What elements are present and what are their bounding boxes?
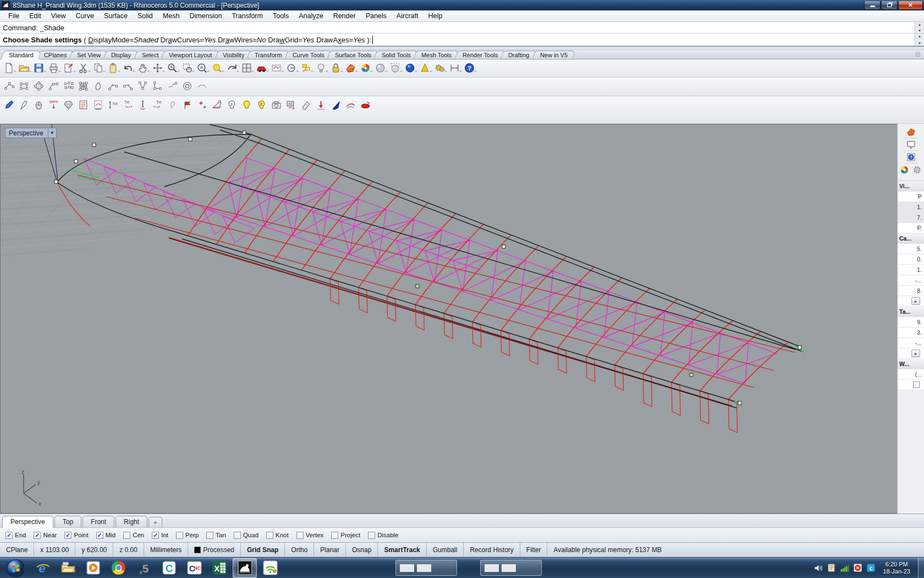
circle-center-button[interactable] [284,61,298,75]
spin-down-icon[interactable]: ▼ [918,41,922,46]
tray-doc-icon[interactable] [827,563,836,572]
cut-button[interactable] [76,61,90,75]
status-filter[interactable]: Filter [520,543,548,557]
osnap-end[interactable]: ✓End [6,532,26,539]
text-height-button[interactable]: Txt [106,97,120,112]
new-file-button[interactable] [2,61,16,75]
property-row[interactable]: 0. [898,254,924,265]
toolbar-tab-cplanes[interactable]: CPlanes [36,51,74,59]
status-planar[interactable]: Planar [314,543,346,557]
osnap-disable-checkbox[interactable] [368,532,375,539]
osnap-perp-checkbox[interactable] [176,532,183,539]
open-file-button[interactable] [16,61,31,75]
add-viewport-tab[interactable]: + [148,517,162,527]
red-flag-button[interactable] [180,97,194,112]
property-row[interactable]: 5. [898,244,924,254]
handle-curve-b-button[interactable] [120,79,135,93]
render-car-button[interactable] [254,61,268,75]
menu-item-analyze[interactable]: Analyze [294,10,328,21]
osnap-point[interactable]: ✓Point [64,532,88,539]
dimension-button[interactable] [447,61,461,75]
viewport-tab-top[interactable]: Top [54,516,81,527]
edit-pts-circle-button[interactable] [31,79,46,93]
help-button[interactable]: ? [462,61,476,75]
arrow-down-button[interactable] [314,97,328,112]
rendered-sphere-button[interactable] [403,61,417,75]
command-prompt[interactable]: Choose Shade settings ( DisplayMode=Shad… [0,34,924,47]
restore-button[interactable] [881,1,898,10]
menu-item-curve[interactable]: Curve [71,10,99,21]
ellipse-pen-button[interactable] [358,97,372,112]
viewport-layout-button[interactable] [239,61,254,75]
taskbar-internet-explorer-button[interactable]: e [30,558,54,578]
status-smarttrack[interactable]: SmartTrack [378,543,426,557]
toolbar-tab-render-tools[interactable]: Render Tools [455,51,505,59]
shaded-panel-tab[interactable] [904,126,918,138]
undo-view-button[interactable] [224,61,239,75]
toolbar-tab-visibility[interactable]: Visibility [215,51,252,59]
taskbar-window-button[interactable] [395,560,457,576]
menu-item-dimension[interactable]: Dimension [184,10,227,21]
taskbar-rhino-active-button[interactable] [233,558,257,578]
orbit-button[interactable] [150,61,164,75]
eraser-button[interactable] [299,97,313,112]
menu-item-view[interactable]: View [46,10,71,21]
viewport-tab-perspective[interactable]: Perspective [2,516,53,528]
export-button[interactable] [61,61,75,75]
menu-item-help[interactable]: Help [423,10,447,21]
property-row[interactable]: (... [898,369,924,380]
osnap-vertex[interactable]: Vertex [296,532,324,539]
osnap-cen[interactable]: Cen [123,532,144,539]
taskbar-cnc-app-button[interactable]: CNC [182,558,206,578]
undo-button[interactable] [120,61,135,75]
pts-grid-button[interactable] [61,79,75,93]
help-panel-tab[interactable]: ? [904,151,918,163]
osnap-disable[interactable]: Disable [368,532,398,539]
osnap-vertex-checkbox[interactable] [296,532,304,539]
taskbar-network-tool-button[interactable] [258,558,282,578]
status-record-history[interactable]: Record History [464,543,520,557]
property-row[interactable]: 1. [898,265,924,275]
property-row[interactable]: 7. [898,212,924,223]
status-gumball[interactable]: Gumball [427,543,464,557]
osnap-point-checkbox[interactable]: ✓ [64,532,72,539]
viewport-tab-right[interactable]: Right [116,516,147,527]
property-row[interactable]: ▸ [898,296,924,307]
taskbar-file-explorer-button[interactable] [56,558,80,578]
scroll-up-icon[interactable]: ▲ [918,22,922,27]
minimize-button[interactable] [864,1,881,10]
toolbar-tab-standard[interactable]: Standard [1,51,41,59]
red-curve-doc-button[interactable] [91,97,105,112]
c-tray-icon[interactable]: c [866,563,876,572]
toolbar-tab-mesh-tools[interactable]: Mesh Tools [414,51,460,59]
taskbar-chrome-button[interactable] [106,558,130,578]
place-button[interactable]: ▸ [911,297,920,305]
property-row[interactable]: -... [898,338,924,348]
toolbar-tab-drafting[interactable]: Drafting [501,51,537,59]
handle-curve-a-button[interactable] [106,79,120,93]
osnap-near-checkbox[interactable]: ✓ [34,532,41,539]
menu-item-mesh[interactable]: Mesh [158,10,185,21]
toolbar-tab-transform[interactable]: Transform [247,51,289,59]
txt-cursor-button[interactable] [135,97,150,112]
lock-button[interactable] [328,61,343,75]
menu-item-solid[interactable]: Solid [133,10,158,21]
osnap-tan-checkbox[interactable] [206,532,213,539]
osnap-project[interactable]: Project [331,532,360,539]
pts-sphere-button[interactable] [76,79,90,93]
property-row[interactable]: 9. [898,317,924,328]
ghosted-sphere-button[interactable] [388,61,402,75]
edit-pts-curve-button[interactable] [2,79,16,93]
menu-item-surface[interactable]: Surface [99,10,133,21]
knife-button[interactable] [16,97,31,112]
bulb-yellow-e-button[interactable]: E [254,97,268,112]
osnap-quad[interactable]: Quad [234,532,258,539]
camera-button[interactable] [269,97,283,112]
command-history[interactable]: Command: _Shade ▲▼ [0,22,924,34]
toolbar-tab-viewport-layout[interactable]: Viewport Layout [161,51,219,59]
close-button[interactable]: × [898,1,923,10]
edit-pts-arc-button[interactable] [46,79,61,93]
arc-segment-button[interactable] [195,79,209,93]
status-y-620-00[interactable]: y 620.00 [75,543,113,557]
status-grid-snap[interactable]: Grid Snap [241,543,285,557]
